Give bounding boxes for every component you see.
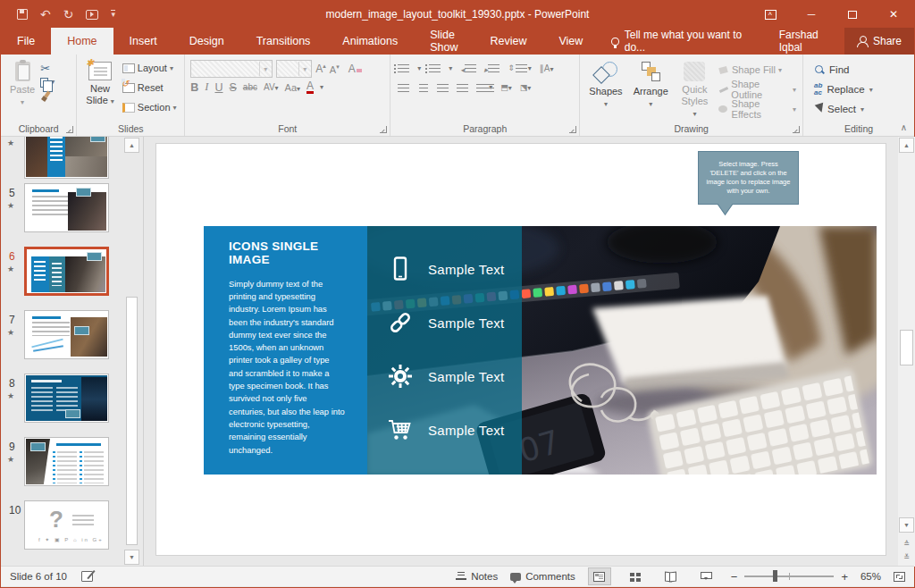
font-size-combobox[interactable]: ▾ <box>276 60 312 78</box>
main-scrollbar[interactable]: ▲ ▼ ≙ ≚ <box>898 137 915 567</box>
bold-button[interactable]: B <box>190 81 198 94</box>
tab-insert[interactable]: Insert <box>113 28 173 55</box>
scroll-down-button[interactable]: ▼ <box>899 517 914 533</box>
tab-review[interactable]: Review <box>474 28 542 55</box>
share-button[interactable]: Share <box>844 28 914 55</box>
paragraph-dialog-launcher[interactable] <box>569 126 576 133</box>
tab-design[interactable]: Design <box>173 28 240 55</box>
thumbnail-scrollbar-thumb[interactable] <box>126 297 138 545</box>
zoom-level[interactable]: 65% <box>860 571 881 582</box>
clear-formatting-button[interactable]: A <box>348 63 362 75</box>
redo-icon[interactable]: ↻ <box>63 8 74 21</box>
tell-me-box[interactable]: Tell me what you want to do... <box>599 28 766 55</box>
zoom-out-button[interactable]: − <box>731 570 738 584</box>
slide-photo[interactable]: 07 Sample TextSample TextSample TextSamp… <box>367 226 877 475</box>
tab-transitions[interactable]: Transitions <box>240 28 327 55</box>
slide-thumbnail[interactable] <box>24 310 109 359</box>
decrease-indent-icon[interactable] <box>460 60 476 76</box>
columns-icon[interactable]: ▾ <box>476 83 492 93</box>
character-spacing-button[interactable]: AV▾ <box>264 82 279 92</box>
undo-icon[interactable]: ↶ <box>40 8 51 21</box>
bullets-icon[interactable] <box>398 63 409 73</box>
zoom-in-button[interactable]: + <box>841 570 848 584</box>
line-spacing-icon[interactable]: ⇕▾ <box>508 63 532 73</box>
scrollbar-thumb[interactable] <box>900 330 913 365</box>
normal-view-button[interactable] <box>588 567 611 585</box>
reading-view-button[interactable] <box>659 567 683 585</box>
paste-button[interactable]: Paste ▾ <box>4 58 40 110</box>
close-button[interactable]: ✕ <box>873 1 914 28</box>
underline-button[interactable]: U <box>214 81 222 94</box>
find-button[interactable]: Find <box>814 60 911 80</box>
slide-thumbnail[interactable]: ?f ✦ ▣ P ⌂ in G+ <box>24 500 109 550</box>
collapse-ribbon-icon[interactable]: ∧ <box>901 122 907 132</box>
shape-outline-button[interactable]: Shape Outline▾ <box>716 80 799 99</box>
slide-text-panel[interactable]: ICONS SINGLE IMAGE Simply dummy text of … <box>204 226 367 475</box>
slide-layout-block[interactable]: ICONS SINGLE IMAGE Simply dummy text of … <box>204 226 877 475</box>
slide-thumbnail[interactable] <box>24 183 109 232</box>
cut-icon[interactable]: ✂ <box>40 63 55 74</box>
clipboard-dialog-launcher[interactable] <box>66 126 73 133</box>
change-case-button[interactable]: Aa▾ <box>285 82 300 93</box>
tab-home[interactable]: Home <box>51 28 113 55</box>
slide-icon-item[interactable]: Sample Text <box>387 305 505 340</box>
user-account[interactable]: Farshad Iqbal <box>767 28 844 55</box>
align-text-icon[interactable]: ⬒▾ <box>500 83 512 92</box>
reset-button[interactable]: Reset <box>120 78 180 97</box>
format-painter-icon[interactable] <box>40 91 51 102</box>
thumbnail-scroll-down-button[interactable]: ▼ <box>124 550 139 565</box>
next-slide-button[interactable]: ≚ <box>899 550 914 565</box>
numbering-icon[interactable] <box>429 63 441 73</box>
replace-button[interactable]: abacReplace▾ <box>814 80 911 99</box>
font-dialog-launcher[interactable] <box>380 126 387 133</box>
shrink-font-button[interactable]: A▾ <box>330 63 340 75</box>
thumbnail-scroll-up-button[interactable]: ▲ <box>124 138 139 153</box>
italic-button[interactable]: I <box>205 80 208 94</box>
strikethrough-button[interactable]: S <box>229 81 236 94</box>
shape-fill-button[interactable]: Shape Fill▾ <box>716 60 799 80</box>
slide-sorter-view-button[interactable] <box>624 567 647 585</box>
grow-font-button[interactable]: A▴ <box>315 63 326 75</box>
slide-thumbnail[interactable] <box>24 247 109 296</box>
text-direction-icon[interactable]: ∥A▾ <box>540 63 554 73</box>
drawing-dialog-launcher[interactable] <box>793 126 800 133</box>
slide-thumbnail[interactable] <box>24 437 109 486</box>
shape-effects-button[interactable]: Shape Effects▾ <box>716 99 799 119</box>
tab-animations[interactable]: Animations <box>326 28 414 55</box>
scroll-up-button[interactable]: ▲ <box>899 138 914 153</box>
slide-thumbnail[interactable] <box>24 374 109 423</box>
select-button[interactable]: Select▾ <box>814 99 911 119</box>
save-icon[interactable] <box>17 9 28 20</box>
smartart-icon[interactable]: ⬔▾ <box>520 83 532 92</box>
align-left-icon[interactable] <box>398 83 409 93</box>
quick-styles-button[interactable]: QuickStyles ▾ <box>674 58 716 123</box>
fit-slide-to-window-icon[interactable] <box>894 572 905 582</box>
subscript-abc-button[interactable]: abc <box>243 82 257 92</box>
instruction-callout[interactable]: Select image. Press 'DELETE' and click o… <box>698 151 799 205</box>
font-color-button[interactable]: A <box>306 80 314 94</box>
align-center-icon[interactable] <box>417 83 429 93</box>
arrange-button[interactable]: Arrange▾ <box>628 58 674 123</box>
layout-button[interactable]: Layout▾ <box>120 58 180 78</box>
ribbon-display-options-button[interactable] <box>750 1 791 28</box>
copy-icon[interactable] <box>40 78 48 88</box>
zoom-slider[interactable] <box>744 575 834 577</box>
slide-icon-item[interactable]: Sample Text <box>387 412 505 448</box>
notes-button[interactable]: Notes <box>456 571 498 582</box>
slide-icon-item[interactable]: Sample Text <box>387 358 505 394</box>
minimize-button[interactable]: ─ <box>791 1 832 28</box>
comments-button[interactable]: Comments <box>510 571 575 582</box>
customize-qat-icon[interactable]: ▾ <box>111 10 115 19</box>
tab-file[interactable]: File <box>1 28 51 55</box>
maximize-button[interactable] <box>832 1 873 28</box>
tab-slide-show[interactable]: Slide Show <box>414 28 474 55</box>
justify-icon[interactable] <box>457 83 468 93</box>
slide-icon-item[interactable]: Sample Text <box>387 251 505 287</box>
shapes-button[interactable]: Shapes▾ <box>583 58 627 123</box>
font-name-combobox[interactable]: ▾ <box>190 60 273 78</box>
slide-canvas[interactable]: ICONS SINGLE IMAGE Simply dummy text of … <box>156 144 886 555</box>
new-slide-button[interactable]: NewSlide ▾ <box>80 58 120 117</box>
increase-indent-icon[interactable] <box>484 60 500 76</box>
zoom-slider-thumb[interactable] <box>773 570 777 582</box>
slideshow-view-button[interactable] <box>695 567 718 585</box>
